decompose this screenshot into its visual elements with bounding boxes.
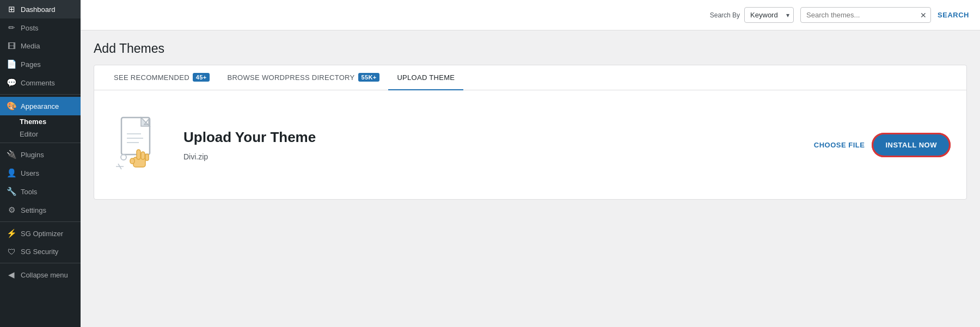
search-by-group: Search By Keyword Author Tag (710, 7, 794, 23)
collapse-menu-label: Collapse menu (21, 271, 68, 279)
main-content: Search By Keyword Author Tag ✕ SEARCH Ad… (81, 0, 980, 327)
sidebar-item-posts[interactable]: ✏ Posts (0, 18, 81, 37)
sidebar-item-sg-security[interactable]: 🛡 SG Security (0, 243, 81, 261)
install-now-button[interactable]: INSTALL NOW (873, 134, 949, 156)
search-by-label: Search By (710, 11, 740, 19)
sidebar-item-label: Users (21, 169, 39, 177)
tab-upload-theme[interactable]: UPLOAD THEME (388, 66, 463, 90)
sidebar-item-label: Tools (21, 188, 37, 196)
topbar: Search By Keyword Author Tag ✕ SEARCH (81, 0, 980, 30)
sidebar: ⊞ Dashboard ✏ Posts 🎞 Media 📄 Pages 💬 Co… (0, 0, 81, 327)
sidebar-item-settings[interactable]: ⚙ Settings (0, 201, 81, 219)
sidebar-item-media[interactable]: 🎞 Media (0, 37, 81, 55)
sidebar-item-plugins[interactable]: 🔌 Plugins (0, 145, 81, 164)
search-input[interactable] (800, 7, 931, 23)
settings-icon: ⚙ (7, 205, 16, 215)
collapse-menu-button[interactable]: ◀ Collapse menu (0, 266, 81, 284)
pages-icon: 📄 (7, 59, 16, 69)
sidebar-item-label: Dashboard (21, 5, 56, 14)
upload-filename: Divi.zip (183, 152, 797, 161)
upload-content: Upload Your Theme Divi.zip (183, 129, 797, 161)
media-icon: 🎞 (7, 41, 16, 51)
tab-browse-wordpress[interactable]: BROWSE WORDPRESS DIRECTORY 55K+ (218, 65, 388, 90)
dashboard-icon: ⊞ (7, 4, 16, 14)
page-title: Add Themes (94, 41, 967, 56)
sidebar-item-comments[interactable]: 💬 Comments (0, 73, 81, 92)
upload-title: Upload Your Theme (183, 129, 797, 146)
tabs-header: SEE RECOMMENDED 45+ BROWSE WORDPRESS DIR… (94, 65, 966, 90)
search-button[interactable]: SEARCH (938, 11, 969, 19)
sidebar-item-pages[interactable]: 📄 Pages (0, 55, 81, 73)
sidebar-item-label: Comments (21, 79, 55, 87)
search-by-select-wrapper: Keyword Author Tag (744, 7, 794, 23)
sidebar-item-label: SG Security (21, 248, 58, 256)
tab-upload-theme-label: UPLOAD THEME (397, 73, 455, 82)
comments-icon: 💬 (7, 78, 16, 88)
upload-icon-wrapper (112, 115, 166, 175)
sidebar-item-label: Settings (21, 206, 46, 214)
upload-illustration (112, 115, 166, 175)
svg-rect-7 (137, 150, 140, 159)
sidebar-item-label: Plugins (21, 151, 44, 159)
sidebar-item-label: Appearance (21, 102, 59, 110)
choose-file-button[interactable]: CHOOSE FILE (814, 141, 865, 149)
svg-rect-9 (145, 154, 149, 161)
appearance-icon: 🎨 (7, 101, 16, 111)
search-clear-button[interactable]: ✕ (920, 11, 927, 19)
upload-section: Upload Your Theme Divi.zip CHOOSE FILE I… (94, 90, 966, 199)
sidebar-item-label: Posts (21, 24, 39, 32)
themes-label: Themes (20, 118, 46, 126)
sidebar-item-tools[interactable]: 🔧 Tools (0, 182, 81, 201)
tab-browse-wordpress-badge: 55K+ (358, 73, 380, 82)
sidebar-sub-editor[interactable]: Editor (0, 128, 81, 140)
sidebar-item-label: Pages (21, 60, 41, 69)
tab-see-recommended-badge: 45+ (193, 73, 210, 82)
content-area: Add Themes SEE RECOMMENDED 45+ BROWSE WO… (81, 30, 980, 327)
sidebar-item-appearance[interactable]: 🎨 Appearance (0, 97, 81, 115)
sg-optimizer-icon: ⚡ (7, 229, 16, 238)
users-icon: 👤 (7, 168, 16, 178)
posts-icon: ✏ (7, 23, 16, 33)
plugins-icon: 🔌 (7, 150, 16, 159)
svg-point-5 (121, 155, 126, 160)
sidebar-item-users[interactable]: 👤 Users (0, 164, 81, 182)
sidebar-item-label: Media (21, 42, 40, 50)
collapse-icon: ◀ (7, 270, 16, 280)
sidebar-sub-themes[interactable]: Themes (0, 115, 81, 128)
search-input-wrapper: ✕ (800, 7, 931, 23)
tools-icon: 🔧 (7, 187, 16, 196)
sidebar-item-sg-optimizer[interactable]: ⚡ SG Optimizer (0, 224, 81, 243)
sidebar-item-dashboard[interactable]: ⊞ Dashboard (0, 0, 81, 18)
editor-label: Editor (20, 130, 38, 138)
tab-see-recommended[interactable]: SEE RECOMMENDED 45+ (105, 65, 218, 90)
sidebar-item-label: SG Optimizer (21, 230, 63, 238)
tab-browse-wordpress-label: BROWSE WORDPRESS DIRECTORY (227, 73, 354, 82)
svg-rect-8 (141, 152, 145, 159)
tabs-panel: SEE RECOMMENDED 45+ BROWSE WORDPRESS DIR… (94, 65, 967, 200)
svg-rect-10 (130, 158, 134, 164)
sg-security-icon: 🛡 (7, 247, 16, 256)
upload-actions: CHOOSE FILE INSTALL NOW (814, 134, 949, 156)
search-by-select[interactable]: Keyword Author Tag (744, 7, 794, 23)
tab-see-recommended-label: SEE RECOMMENDED (114, 73, 189, 82)
